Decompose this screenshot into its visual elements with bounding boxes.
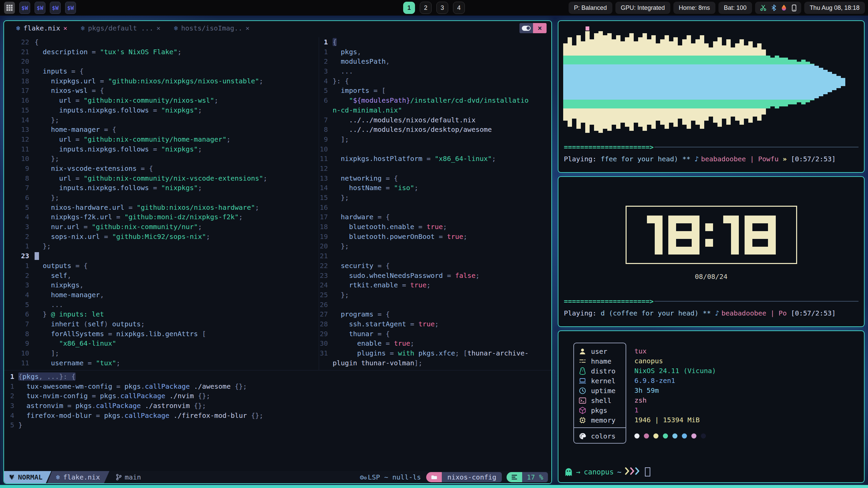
tag-4[interactable]: 4 (453, 2, 465, 14)
code-line[interactable]: 28 ssh.startAgent = true; (319, 319, 551, 329)
tab-pkgs-default-[interactable]: ❄pkgs/default ...× (81, 24, 160, 32)
tab-close-icon[interactable]: × (156, 24, 160, 32)
tab-hosts-isoImag-[interactable]: ❄hosts/isoImag..× (174, 24, 250, 32)
code-line[interactable]: 2 sops-nix.url = "github:Mic92/sops-nix"… (4, 232, 319, 242)
code-line[interactable]: 8 url = "github:nix-community/nix-vscode… (4, 174, 319, 183)
terminal-cursor[interactable] (645, 467, 650, 476)
status-pill-home[interactable]: Home: 8ms (673, 2, 715, 14)
code-line[interactable]: 7 ../../modules/nixos/default.nix (319, 115, 551, 125)
code-line[interactable]: plugin thunar-volman]; (319, 358, 551, 368)
code-line[interactable]: 5} (4, 420, 551, 430)
toggle-button[interactable] (519, 23, 533, 33)
code-line[interactable]: 1{ (319, 37, 551, 47)
code-line[interactable]: 13 networking = { (319, 174, 551, 183)
tab-close-icon[interactable]: × (63, 24, 67, 32)
status-pill-gpu[interactable]: GPU: Integrated (615, 2, 670, 14)
code-line[interactable]: 9 ]; (319, 135, 551, 144)
code-line[interactable]: 3 astronvim = pkgs.callPackage ./astronv… (4, 401, 551, 411)
code-line[interactable]: 23 (4, 251, 319, 261)
code-line[interactable]: 11 username = "tux"; (4, 358, 319, 368)
code-line[interactable]: 10 ]; (4, 348, 319, 358)
code-line[interactable]: 19 inputs = { (4, 66, 319, 76)
code-line[interactable]: 27 programs = { (319, 309, 551, 319)
code-line[interactable]: 10 (319, 144, 551, 154)
code-line[interactable]: 1 }; (4, 241, 319, 251)
code-line[interactable]: 23 sudo.wheelNeedsPassword = false; (319, 271, 551, 281)
code-line[interactable]: 1 outputs = { (4, 261, 319, 271)
code-line[interactable]: 11 inputs.nixpkgs.follows = "nixpkgs"; (4, 144, 319, 154)
code-line[interactable]: 2 modulesPath, (319, 57, 551, 66)
code-line[interactable]: 14 hostName = "iso"; (319, 183, 551, 193)
code-line[interactable]: 3 ... (319, 66, 551, 76)
code-line[interactable]: 31 plugins = with pkgs.xfce; [thunar-arc… (319, 348, 551, 358)
code-line[interactable]: 8 forAllSystems = nixpkgs.lib.genAttrs [ (4, 329, 319, 339)
code-line[interactable]: 4 firefox-mod-blur = pkgs.callPackage ./… (4, 411, 551, 421)
code-line[interactable]: 7 inputs.nixpkgs.follows = "nixpkgs"; (4, 183, 319, 193)
code-line[interactable]: 24 rtkit.enable = true; (319, 280, 551, 290)
flame-icon[interactable] (781, 4, 787, 11)
code-line[interactable]: 26 (319, 300, 551, 310)
code-line[interactable]: 16 (319, 203, 551, 212)
scissors-icon[interactable] (760, 4, 767, 11)
status-pill-bat[interactable]: Bat: 100 (718, 2, 752, 14)
code-line[interactable]: n-cd-minimal.nix" (319, 105, 551, 115)
code-line[interactable]: 10 }; (4, 154, 319, 164)
code-line[interactable]: 4 home-manager, (4, 290, 319, 300)
code-line[interactable]: 8 ../../modules/nixos/desktop/awesome (319, 125, 551, 135)
code-line[interactable]: 7 inherit (self) outputs; (4, 319, 319, 329)
tab-flake-nix[interactable]: ❄flake.nix× (16, 24, 67, 32)
code-line[interactable]: 22{ (4, 37, 319, 47)
code-line[interactable]: 30 enable = true; (319, 339, 551, 348)
tag-2[interactable]: 2 (420, 2, 432, 14)
code-line[interactable]: 12 url = "github:nix-community/home-mana… (4, 135, 319, 144)
clock-pill[interactable]: Thu Aug 08, 18:18 (804, 2, 865, 14)
code-line[interactable]: 11 nixpkgs.hostPlatform = "x86_64-linux"… (319, 154, 551, 164)
code-line[interactable]: 5 imports = [ (319, 86, 551, 96)
code-line[interactable]: 19 bluetooth.powerOnBoot = true; (319, 232, 551, 242)
code-line[interactable]: 29 thunar = { (319, 329, 551, 339)
code-line[interactable]: 21 (319, 251, 551, 261)
tag-3[interactable]: 3 (436, 2, 448, 14)
tag-1[interactable]: 1 (403, 2, 415, 14)
code-line[interactable]: 13 home-manager = { (4, 125, 319, 135)
workspace-button-1[interactable]: $W (19, 2, 30, 14)
workspace-button-4[interactable]: $W (65, 2, 76, 14)
code-line[interactable]: 18 bluetooth.enable = true; (319, 222, 551, 232)
code-line[interactable]: 17 hardware = { (319, 212, 551, 222)
code-line[interactable]: 5 ... (4, 300, 319, 310)
code-line[interactable]: 3 nixpkgs, (4, 280, 319, 290)
code-line[interactable]: 1 pkgs, (319, 47, 551, 57)
code-line[interactable]: 6 }; (4, 193, 319, 203)
window-close-button[interactable]: × (533, 23, 547, 33)
status-pill-p[interactable]: P: Balanced (569, 2, 612, 14)
code-line[interactable]: 4}: { (319, 76, 551, 86)
code-line[interactable]: 14 }; (4, 115, 319, 125)
code-line[interactable]: 20 (4, 57, 319, 66)
code-line[interactable]: 21 description = "tux's NixOS Flake"; (4, 47, 319, 57)
code-line[interactable]: 9 "x86_64-linux" (4, 339, 319, 348)
code-line[interactable]: 15 inputs.nixpkgs.follows = "nixpkgs"; (4, 105, 319, 115)
code-line[interactable]: 6 } @ inputs: let (4, 309, 319, 319)
code-line[interactable]: 5 nixos-hardware.url = "github:nixos/nix… (4, 203, 319, 212)
code-line[interactable]: 9 nix-vscode-extensions = { (4, 164, 319, 174)
code-line[interactable]: 2 tux-nvim-config = pkgs.callPackage ./n… (4, 391, 551, 401)
code-line[interactable]: 4 nixpkgs-f2k.url = "github:moni-dz/nixp… (4, 212, 319, 222)
workspace-button-3[interactable]: $W (50, 2, 61, 14)
workspace-button-2[interactable]: $W (35, 2, 45, 14)
code-line[interactable]: 20 }; (319, 241, 551, 251)
code-line[interactable]: 3 nur.url = "github:nix-community/nur"; (4, 222, 319, 232)
code-line[interactable]: 1{pkgs, ...}: { (4, 372, 551, 382)
code-line[interactable]: 12 (319, 164, 551, 174)
code-line[interactable]: 1 tux-awesome-wm-config = pkgs.callPacka… (4, 382, 551, 391)
app-launcher-button[interactable] (4, 2, 15, 14)
code-line[interactable]: 6 "${modulesPath}/installer/cd-dvd/insta… (319, 96, 551, 105)
phone-icon[interactable] (792, 4, 796, 12)
bluetooth-icon[interactable] (771, 4, 776, 11)
code-line[interactable]: 25 }; (319, 290, 551, 300)
shell-prompt[interactable]: → canopus ~ (565, 467, 650, 477)
code-line[interactable]: 18 nixpkgs.url = "github:nixos/nixpkgs/n… (4, 76, 319, 86)
code-line[interactable]: 15 }; (319, 193, 551, 203)
code-line[interactable]: 17 nixos-wsl = { (4, 86, 319, 96)
code-line[interactable]: 2 self, (4, 271, 319, 281)
code-line[interactable]: 16 url = "github:nix-community/nixos-wsl… (4, 96, 319, 105)
